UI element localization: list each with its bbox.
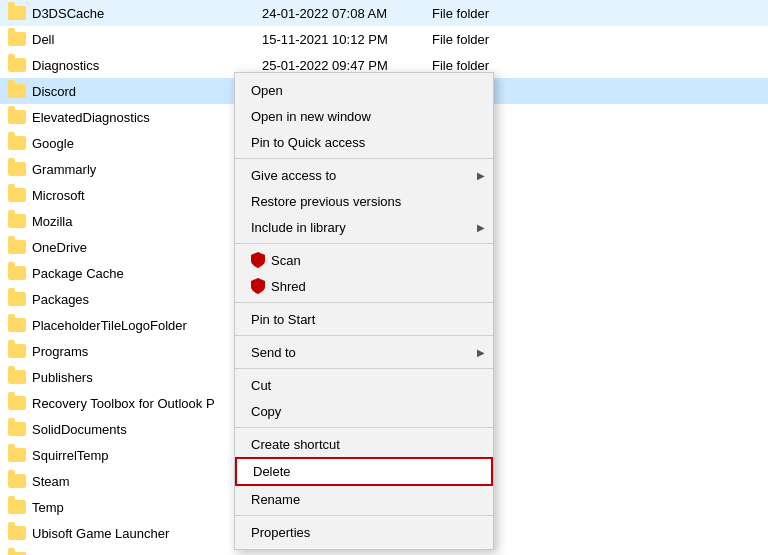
- menu-item-label: Properties: [251, 525, 310, 540]
- menu-item-cut[interactable]: Cut: [235, 372, 493, 398]
- mcafee-icon: [251, 252, 265, 268]
- menu-item-label: Restore previous versions: [251, 194, 401, 209]
- file-name: Package Cache: [32, 266, 262, 281]
- menu-item-label: Create shortcut: [251, 437, 340, 452]
- folder-icon: [8, 110, 26, 124]
- menu-separator: [235, 158, 493, 159]
- folder-icon: [8, 6, 26, 20]
- menu-item-label: Send to: [251, 345, 296, 360]
- menu-item-properties[interactable]: Properties: [235, 519, 493, 545]
- folder-icon: [8, 32, 26, 46]
- menu-item-label: Rename: [251, 492, 300, 507]
- menu-item-pin-to-start[interactable]: Pin to Start: [235, 306, 493, 332]
- file-name: ElevatedDiagnostics: [32, 110, 262, 125]
- folder-icon: [8, 396, 26, 410]
- file-date: 24-01-2022 07:08 AM: [262, 6, 432, 21]
- menu-item-label: Copy: [251, 404, 281, 419]
- menu-item-label: Shred: [271, 279, 306, 294]
- file-name: Ubisoft Game Launcher: [32, 526, 262, 541]
- menu-item-rename[interactable]: Rename: [235, 486, 493, 512]
- menu-item-create-shortcut[interactable]: Create shortcut: [235, 431, 493, 457]
- file-name: D3DSCache: [32, 6, 262, 21]
- folder-icon: [8, 136, 26, 150]
- menu-separator: [235, 427, 493, 428]
- file-name: Temp: [32, 500, 262, 515]
- submenu-arrow-icon: ▶: [477, 222, 485, 233]
- menu-item-send-to[interactable]: Send to▶: [235, 339, 493, 365]
- menu-item-label: Scan: [271, 253, 301, 268]
- file-name: SolidDocuments: [32, 422, 262, 437]
- folder-icon: [8, 58, 26, 72]
- folder-icon: [8, 500, 26, 514]
- menu-item-label: Include in library: [251, 220, 346, 235]
- menu-item-open[interactable]: Open: [235, 77, 493, 103]
- folder-icon: [8, 162, 26, 176]
- menu-item-label: Delete: [253, 464, 291, 479]
- folder-icon: [8, 474, 26, 488]
- file-type: File folder: [432, 58, 489, 73]
- file-date: 15-11-2021 10:12 PM: [262, 32, 432, 47]
- menu-item-give-access-to[interactable]: Give access to▶: [235, 162, 493, 188]
- file-name: Grammarly: [32, 162, 262, 177]
- menu-item-open-in-new-window[interactable]: Open in new window: [235, 103, 493, 129]
- menu-item-delete[interactable]: Delete: [235, 457, 493, 486]
- folder-icon: [8, 240, 26, 254]
- menu-item-label: Cut: [251, 378, 271, 393]
- file-name: Discord: [32, 84, 262, 99]
- folder-icon: [8, 266, 26, 280]
- submenu-arrow-icon: ▶: [477, 347, 485, 358]
- file-name: Diagnostics: [32, 58, 262, 73]
- file-name: Mozilla: [32, 214, 262, 229]
- menu-item-scan[interactable]: Scan: [235, 247, 493, 273]
- file-name: OneDrive: [32, 240, 262, 255]
- menu-item-include-in-library[interactable]: Include in library▶: [235, 214, 493, 240]
- menu-item-label: Open: [251, 83, 283, 98]
- file-name: Recovery Toolbox for Outlook P: [32, 396, 262, 411]
- file-name: Packages: [32, 292, 262, 307]
- menu-separator: [235, 302, 493, 303]
- menu-item-label: Pin to Quick access: [251, 135, 365, 150]
- folder-icon: [8, 526, 26, 540]
- file-name: VirtualStore: [32, 552, 262, 556]
- menu-item-label: Pin to Start: [251, 312, 315, 327]
- menu-item-label: Give access to: [251, 168, 336, 183]
- menu-item-shred[interactable]: Shred: [235, 273, 493, 299]
- file-name: SquirrelTemp: [32, 448, 262, 463]
- file-date: 25-01-2022 09:47 PM: [262, 58, 432, 73]
- folder-icon: [8, 370, 26, 384]
- file-type: File folder: [432, 32, 489, 47]
- mcafee-icon: [251, 278, 265, 294]
- folder-icon: [8, 448, 26, 462]
- file-name: PlaceholderTileLogoFolder: [32, 318, 262, 333]
- menu-item-restore-previous-versions[interactable]: Restore previous versions: [235, 188, 493, 214]
- file-name: Programs: [32, 344, 262, 359]
- file-name: Microsoft: [32, 188, 262, 203]
- folder-icon: [8, 188, 26, 202]
- file-name: Dell: [32, 32, 262, 47]
- file-name: Google: [32, 136, 262, 151]
- folder-icon: [8, 422, 26, 436]
- menu-separator: [235, 243, 493, 244]
- context-menu: OpenOpen in new windowPin to Quick acces…: [234, 72, 494, 550]
- menu-separator: [235, 515, 493, 516]
- file-name: Publishers: [32, 370, 262, 385]
- file-row[interactable]: Dell15-11-2021 10:12 PMFile folder: [0, 26, 768, 52]
- folder-icon: [8, 318, 26, 332]
- file-name: Steam: [32, 474, 262, 489]
- file-row[interactable]: D3DSCache24-01-2022 07:08 AMFile folder: [0, 0, 768, 26]
- file-type: File folder: [432, 6, 489, 21]
- menu-separator: [235, 335, 493, 336]
- folder-icon: [8, 344, 26, 358]
- folder-icon: [8, 292, 26, 306]
- menu-separator: [235, 368, 493, 369]
- menu-item-pin-to-quick-access[interactable]: Pin to Quick access: [235, 129, 493, 155]
- folder-icon: [8, 84, 26, 98]
- folder-icon: [8, 214, 26, 228]
- submenu-arrow-icon: ▶: [477, 170, 485, 181]
- menu-item-label: Open in new window: [251, 109, 371, 124]
- menu-item-copy[interactable]: Copy: [235, 398, 493, 424]
